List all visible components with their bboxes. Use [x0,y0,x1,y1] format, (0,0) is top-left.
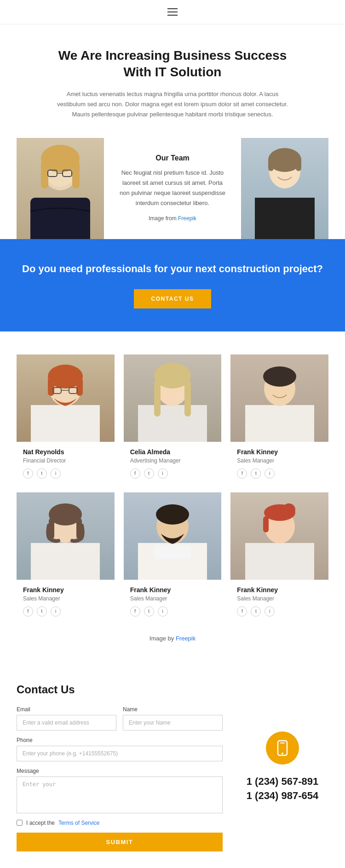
social-links-frank1: f t i [237,468,322,479]
phone-group: Phone [17,737,223,761]
header [0,0,345,24]
twitter-icon-celia[interactable]: t [144,468,154,479]
social-links-frank4: f t i [237,606,322,617]
card-role-frank3: Sales Manager [130,595,215,602]
freepik-link[interactable]: Freepik [178,215,196,222]
menu-button[interactable] [167,8,178,16]
team-card-frank-kinney-1: Frank Kinney Sales Manager f t i [230,354,328,483]
svg-point-45 [282,753,283,754]
instagram-icon-frank3[interactable]: i [158,606,168,617]
svg-point-42 [282,503,295,516]
facebook-icon-frank2[interactable]: f [23,606,33,617]
card-role-frank2: Sales Manager [23,595,108,602]
card-name-frank2: Frank Kinney [23,586,108,594]
contact-us-button[interactable]: CONTACT US [134,289,212,308]
team-card-frank-kinney-4: Frank Kinney Sales Manager f t i [230,492,328,621]
svg-rect-27 [245,405,314,442]
facebook-icon-frank1[interactable]: f [237,468,247,479]
contact-section: Contact Us Email Name Phone Message I ac… [0,665,345,868]
team-intro-right-photo [241,138,328,239]
instagram-icon-frank4[interactable]: i [264,606,275,617]
twitter-icon-frank4[interactable]: t [251,606,261,617]
phone-number-1: 1 (234) 567-891 1 (234) 987-654 [247,775,319,803]
phone-icon [274,740,291,756]
svg-rect-25 [154,380,161,417]
svg-rect-46 [280,742,285,743]
team-intro-image-credit: Image from Freepik [118,214,227,223]
name-label: Name [123,706,223,713]
svg-rect-38 [154,545,191,559]
social-links-celia: f t i [130,468,215,479]
phone-input[interactable] [17,746,223,761]
svg-rect-13 [296,157,301,171]
social-links-frank2: f t i [23,606,108,617]
terms-text: I accept the [26,820,55,826]
facebook-icon-frank4[interactable]: f [237,606,247,617]
name-group: Name [123,706,223,731]
image-credit-link[interactable]: Freepik [176,635,196,642]
social-links-nat: f t i [23,468,108,479]
instagram-icon-celia[interactable]: i [158,468,168,479]
team-intro: Our Team Nec feugiat nisl pretium fusce … [17,138,328,239]
twitter-icon-frank2[interactable]: t [37,606,47,617]
contact-title: Contact Us [17,683,223,696]
svg-rect-4 [41,161,48,188]
team-grid-row1: Nat Reynolds Financial Director f t i [17,354,328,483]
svg-rect-22 [138,405,207,442]
facebook-icon-celia[interactable]: f [130,468,140,479]
team-card-nat-reynolds: Nat Reynolds Financial Director f t i [17,354,115,483]
email-label: Email [17,706,116,713]
blue-banner: Do you need professionals for your next … [0,239,345,331]
instagram-icon-frank1[interactable]: i [264,468,275,479]
svg-rect-43 [263,516,269,532]
twitter-icon-nat[interactable]: t [37,468,47,479]
team-intro-title: Our Team [118,154,227,162]
card-role-nat: Financial Director [23,457,108,464]
submit-button[interactable]: SUBMIT [17,833,223,851]
message-group: Message [17,768,223,813]
message-textarea[interactable] [17,777,223,813]
image-credit: Image by Freepik [17,630,328,656]
svg-rect-26 [184,380,191,417]
facebook-icon-frank3[interactable]: f [130,606,140,617]
team-section: Nat Reynolds Financial Director f t i [0,331,345,665]
hero-description: Amet luctus venenatis lectus magna fring… [55,89,290,120]
team-intro-middle: Our Team Nec feugiat nisl pretium fusce … [104,138,241,239]
card-name-nat: Nat Reynolds [23,448,108,456]
name-input[interactable] [123,715,223,731]
svg-rect-12 [268,157,274,171]
instagram-icon-nat[interactable]: i [51,468,61,479]
twitter-icon-frank1[interactable]: t [251,468,261,479]
terms-checkbox[interactable] [17,820,23,826]
contact-info: 1 (234) 567-891 1 (234) 987-654 [236,683,328,851]
card-name-frank4: Frank Kinney [237,586,322,594]
hero-section: We Are Increasing Business Success With … [0,24,345,138]
card-role-frank1: Sales Manager [237,457,322,464]
social-links-frank3: f t i [130,606,215,617]
team-intro-description: Nec feugiat nisl pretium fusce id. Justo… [118,168,227,208]
svg-rect-30 [31,543,100,580]
email-input[interactable] [17,715,116,731]
card-role-frank4: Sales Manager [237,595,322,602]
team-card-frank-kinney-2: Frank Kinney Sales Manager f t i [17,492,115,621]
hero-title: We Are Increasing Business Success With … [55,47,290,81]
email-group: Email [17,706,116,731]
twitter-icon-frank3[interactable]: t [144,606,154,617]
svg-rect-39 [245,543,314,580]
svg-rect-18 [76,377,83,396]
team-grid-row2: Frank Kinney Sales Manager f t i [17,492,328,621]
email-name-row: Email Name [17,706,223,731]
team-card-celia-almeda: Celia Almeda Advertising Manager f t i [124,354,222,483]
svg-rect-1 [30,198,90,239]
facebook-icon-nat[interactable]: f [23,468,33,479]
instagram-icon-frank2[interactable]: i [51,606,61,617]
phone-icon-circle [266,731,299,765]
card-name-frank3: Frank Kinney [130,586,215,594]
message-label: Message [17,768,223,774]
card-name-frank1: Frank Kinney [237,448,322,456]
team-card-frank-kinney-3: Frank Kinney Sales Manager f t i [124,492,222,621]
blue-banner-text: Do you need professionals for your next … [18,262,327,276]
phone-label: Phone [17,737,223,743]
terms-link[interactable]: Terms of Service [58,820,99,826]
card-role-celia: Advertising Manager [130,457,215,464]
